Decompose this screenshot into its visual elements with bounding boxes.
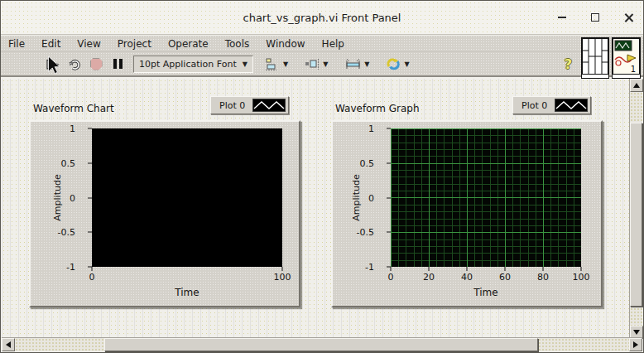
waveform-chart-container: Amplitude 10.5 0-0.5 -1 0100 Time [29, 120, 300, 307]
horizontal-scrollbar-thumb[interactable] [104, 338, 538, 351]
toolbar: 10pt Application Font ▼ ▼ ▼ [1, 52, 643, 77]
plot-line-swatch-icon [252, 99, 286, 112]
waveform-graph-y-ticks: 10.5 0-0.5 -1 [333, 128, 382, 267]
run-continuously-button[interactable] [64, 54, 85, 74]
distribute-objects-icon [305, 58, 320, 70]
connector-pane[interactable] [581, 37, 609, 79]
window-title: chart_vs_graph.vi Front Panel [243, 12, 401, 24]
chevron-down-icon: ▼ [283, 60, 288, 68]
context-help-button[interactable]: ? [565, 56, 572, 72]
waveform-graph-x-ticks: 020 4060 80100 [391, 272, 581, 283]
font-selector[interactable]: 10pt Application Font ▼ [133, 56, 253, 73]
chevron-down-icon: ▼ [243, 60, 248, 68]
abort-stop-icon [90, 58, 103, 70]
reorder-objects-icon [386, 57, 401, 71]
distribute-objects-dropdown[interactable]: ▼ [301, 56, 331, 72]
waveform-graph-x-axis-label: Time [473, 287, 497, 298]
minimize-button[interactable] [555, 11, 569, 24]
close-button[interactable] [622, 11, 635, 24]
menu-operate[interactable]: Operate [166, 36, 217, 51]
waveform-graph-plot-area[interactable] [391, 128, 581, 267]
right-arrow-icon [633, 341, 638, 348]
vi-icon-pane[interactable]: 1 [612, 37, 641, 79]
plot-legend-text: Plot 0 [521, 100, 547, 111]
waveform-graph-label: Waveform Graph [335, 103, 420, 114]
waveform-graph-container: Amplitude 10.5 0-0.5 -1 020 4060 80100 T… [331, 120, 603, 307]
waveform-chart-plot-legend[interactable]: Plot 0 [210, 96, 289, 114]
window-controls [555, 1, 635, 34]
menu-help[interactable]: Help [320, 36, 353, 51]
font-selector-value: 10pt Application Font [139, 59, 237, 70]
pause-icon [113, 59, 123, 69]
resize-objects-icon [344, 58, 362, 70]
title-bar[interactable]: chart_vs_graph.vi Front Panel [1, 1, 643, 35]
maximize-icon [591, 13, 599, 22]
waveform-chart-y-ticks: 10.5 0-0.5 -1 [31, 128, 84, 267]
waveform-chart-x-axis-label: Time [175, 287, 199, 298]
waveform-chart-plot-area[interactable] [92, 128, 282, 267]
chevron-down-icon: ▼ [404, 60, 409, 68]
menu-window[interactable]: Window [264, 36, 313, 51]
chevron-down-icon: ▼ [323, 60, 328, 68]
menu-edit[interactable]: Edit [40, 36, 69, 51]
connector-pane-icon [582, 38, 608, 75]
front-panel-area: Waveform Chart Plot 0 Amplitude 10.5 0-0… [2, 79, 642, 337]
horizontal-scrollbar[interactable] [2, 337, 642, 351]
labview-front-panel-window: chart_vs_graph.vi Front Panel File Edit … [0, 0, 644, 353]
scroll-left-button[interactable] [2, 338, 15, 351]
resize-objects-dropdown[interactable]: ▼ [341, 56, 372, 72]
waveform-chart-label: Waveform Chart [33, 103, 114, 114]
reorder-objects-dropdown[interactable]: ▼ [382, 56, 412, 73]
plot-line-swatch-icon [555, 99, 588, 112]
menu-tools[interactable]: Tools [223, 36, 258, 51]
menu-project[interactable]: Project [116, 36, 160, 51]
close-icon [624, 13, 633, 22]
scroll-right-button[interactable] [629, 338, 642, 351]
left-arrow-icon [6, 341, 11, 348]
chevron-down-icon: ▼ [364, 60, 369, 68]
vi-icon: 1 [613, 38, 640, 75]
waveform-graph-plot-legend[interactable]: Plot 0 [512, 96, 591, 114]
waveform-graph-x-tick-marks [391, 267, 581, 271]
vertical-scrollbar[interactable] [629, 79, 642, 339]
up-arrow-icon [633, 83, 640, 88]
pause-button[interactable] [107, 54, 128, 74]
run-arrow-icon [46, 57, 60, 71]
down-arrow-icon [633, 330, 640, 335]
corner-panes: 1 [581, 37, 641, 79]
waveform-chart-x-ticks: 0100 [92, 272, 282, 283]
run-button[interactable] [42, 54, 64, 74]
maximize-button[interactable] [589, 11, 602, 24]
vi-icon-number: 1 [631, 65, 636, 74]
menu-file[interactable]: File [7, 36, 33, 51]
scroll-up-button[interactable] [630, 79, 643, 92]
abort-button[interactable] [85, 54, 107, 74]
menu-bar: File Edit View Project Operate Tools Win… [1, 36, 643, 52]
minimize-icon [558, 17, 566, 18]
menu-view[interactable]: View [75, 36, 108, 51]
waveform-chart-x-tick-marks [92, 267, 282, 271]
vertical-scrollbar-thumb[interactable] [630, 123, 642, 307]
align-objects-dropdown[interactable]: ▼ [262, 56, 291, 72]
align-objects-icon [265, 58, 281, 70]
run-continuously-icon [67, 57, 82, 71]
plot-legend-text: Plot 0 [219, 100, 245, 111]
